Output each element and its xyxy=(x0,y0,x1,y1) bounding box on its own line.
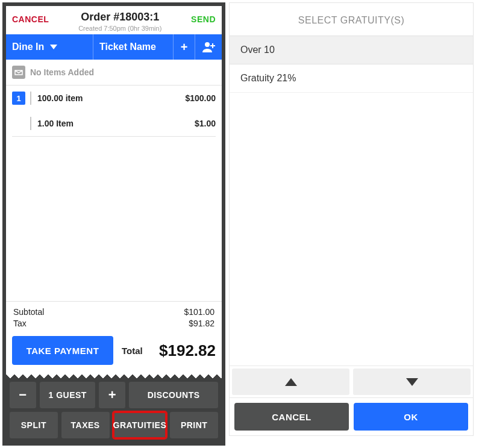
gratuity-option[interactable]: Over 10 xyxy=(230,36,473,64)
guest-minus-button[interactable]: − xyxy=(10,382,36,408)
gratuity-modal: SELECT GRATUITY(S) Over 10 Gratuity 21% … xyxy=(229,2,474,436)
item-name: 100.00 item xyxy=(37,93,185,103)
take-payment-button[interactable]: TAKE PAYMENT xyxy=(12,336,113,365)
gratuities-button[interactable]: GRATUITIES xyxy=(113,412,167,438)
modal-cancel-button[interactable]: CANCEL xyxy=(234,403,349,431)
send-button[interactable]: SEND xyxy=(191,11,216,24)
split-button[interactable]: SPLIT xyxy=(10,412,58,438)
item-price: $1.00 xyxy=(195,119,216,128)
item-price: $100.00 xyxy=(185,93,216,103)
dine-in-dropdown[interactable]: Dine In xyxy=(6,34,93,60)
subtotal-label: Subtotal xyxy=(13,307,44,317)
modal-ok-button[interactable]: OK xyxy=(354,403,468,431)
no-items-label: No Items Added xyxy=(30,67,94,77)
sort-arrows xyxy=(230,366,473,398)
line-item[interactable]: 1.00 Item $1.00 xyxy=(6,111,222,136)
ticket-name-field[interactable]: Ticket Name xyxy=(93,34,174,60)
action-bar: − 1 GUEST + DISCOUNTS SPLIT TAXES GRATUI… xyxy=(6,378,222,442)
ticket-name-label: Ticket Name xyxy=(99,42,156,52)
triangle-up-icon xyxy=(285,378,297,386)
order-options-bar: Dine In Ticket Name + xyxy=(6,34,222,60)
line-items: 1 100.00 item $100.00 1.00 Item $1.00 xyxy=(6,86,222,137)
no-items-row: No Items Added xyxy=(6,60,222,86)
receipt-edge xyxy=(6,371,222,378)
divider xyxy=(30,92,31,105)
subtotal-value: $101.00 xyxy=(184,307,214,317)
line-item[interactable]: 1 100.00 item $100.00 xyxy=(6,86,222,111)
pos-panel: CANCEL Order #18003:1 Created 7:50pm (0h… xyxy=(2,2,225,446)
modal-title: SELECT GRATUITY(S) xyxy=(230,3,473,36)
guest-count-button[interactable]: 1 GUEST xyxy=(40,382,95,408)
totals: Subtotal $101.00 Tax $91.82 xyxy=(6,301,222,330)
triangle-down-icon xyxy=(406,378,418,386)
total-amount: $192.82 xyxy=(148,341,216,360)
dine-in-label: Dine In xyxy=(12,42,44,52)
total-label: Total xyxy=(122,346,143,356)
svg-rect-2 xyxy=(210,45,215,46)
order-meta: Created 7:50pm (0hr 39min) xyxy=(49,25,191,32)
person-plus-icon xyxy=(202,42,215,52)
ticket-icon xyxy=(12,66,25,79)
modal-actions: CANCEL OK xyxy=(230,398,473,435)
taxes-button[interactable]: TAXES xyxy=(61,412,110,438)
item-name: 1.00 Item xyxy=(37,119,195,128)
payment-row: TAKE PAYMENT Total $192.82 xyxy=(6,330,222,371)
svg-point-0 xyxy=(205,42,210,47)
gratuity-option[interactable]: Gratuity 21% xyxy=(230,64,473,93)
tax-label: Tax xyxy=(13,319,27,328)
discounts-button[interactable]: DISCOUNTS xyxy=(129,382,218,408)
chevron-down-icon xyxy=(50,45,57,49)
add-button[interactable]: + xyxy=(174,34,195,60)
move-up-button[interactable] xyxy=(232,369,349,395)
guest-plus-button[interactable]: + xyxy=(99,382,125,408)
qty-badge: 1 xyxy=(12,92,25,105)
tax-value: $91.82 xyxy=(189,319,214,328)
add-person-button[interactable] xyxy=(195,34,222,60)
move-down-button[interactable] xyxy=(353,369,471,395)
cancel-button[interactable]: CANCEL xyxy=(12,11,49,24)
order-title: Order #18003:1 xyxy=(49,11,191,23)
order-header: CANCEL Order #18003:1 Created 7:50pm (0h… xyxy=(6,6,222,34)
print-button[interactable]: PRINT xyxy=(170,412,218,438)
divider xyxy=(30,117,31,130)
